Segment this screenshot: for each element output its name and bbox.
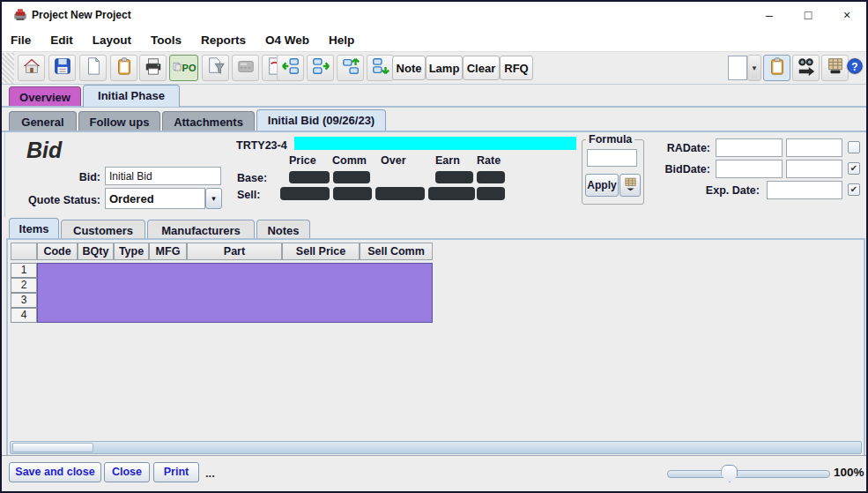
svg-text:?: ? [851,61,857,73]
horizontal-scrollbar-thumb[interactable] [12,443,93,452]
menu-layout[interactable]: Layout [93,34,131,47]
new-document-icon [84,56,103,79]
row-header-3[interactable]: 3 [11,293,37,308]
expdate-checkbox[interactable]: ✔ [848,183,860,196]
print-toolbar-button[interactable] [139,55,167,81]
code-highlight-field[interactable] [294,137,576,150]
save-button[interactable] [48,55,76,81]
col-type[interactable]: Type [114,243,149,260]
base-rate-value [477,171,505,183]
clear-button[interactable]: Clear [463,56,500,80]
clipboard2-icon [768,56,787,79]
radate-input-1[interactable] [716,138,783,157]
paste-button[interactable] [110,55,137,81]
zoom-slider-thumb[interactable] [721,465,738,482]
menu-edit[interactable]: Edit [50,34,73,47]
tab-initial-bid[interactable]: Initial Bid (09/26/23) [256,109,386,131]
radate-checkbox[interactable] [848,141,860,153]
minimize-button[interactable]: – [750,2,789,28]
biddate-input-2[interactable] [786,160,842,178]
maximize-button[interactable]: □ [789,2,827,28]
toolbar-grip[interactable] [2,53,14,84]
col-sell-price[interactable]: Sell Price [282,243,360,260]
tab-manufacturers[interactable]: Manufacturers [147,220,255,238]
flow-up-icon [341,56,360,79]
filter-document-icon [206,56,226,79]
formula-input[interactable] [587,149,637,167]
expdate-input[interactable] [767,181,842,199]
col-part[interactable]: Part [187,243,282,260]
formula-grid-icon [623,176,638,195]
flow-next-button[interactable] [307,55,334,81]
tab-notes[interactable]: Notes [256,220,310,238]
tab-items[interactable]: Items [9,218,59,238]
menu-help[interactable]: Help [329,34,354,47]
find-next-icon [797,56,816,79]
col-code[interactable]: Code [37,243,78,260]
col-sell-comm[interactable]: Sell Comm [360,243,433,260]
menu-tools[interactable]: Tools [151,34,182,47]
project-code-label: TRTY23-4 [236,139,287,152]
po-label: PO [182,63,197,73]
note-button[interactable]: Note [392,56,426,80]
toolbar-combo-field[interactable] [728,56,747,80]
col-bqty[interactable]: BQty [78,243,114,260]
comm-header: Comm [332,154,367,167]
window-title: Project New Project [32,9,131,21]
tab-customers[interactable]: Customers [61,220,145,238]
radate-input-2[interactable] [786,138,842,157]
calculator-button[interactable] [232,55,259,81]
new-document-button[interactable] [79,55,107,81]
tab-initial-phase[interactable]: Initial Phase [83,85,180,107]
help-button[interactable]: ? [841,55,868,81]
row-header-4[interactable]: 4 [11,308,37,323]
menu-reports[interactable]: Reports [201,34,246,47]
lamp-button[interactable]: Lamp [426,56,463,80]
clipboard2-button[interactable] [763,55,790,81]
quote-status-label: Quote Status: [12,194,100,206]
quote-status-select[interactable]: Ordered [105,188,205,209]
row-header-1[interactable]: 1 [11,263,37,278]
flow-right-icon [311,56,330,79]
tab-overview[interactable]: Overview [9,86,81,107]
close-footer-button[interactable]: Close [104,462,150,482]
filter-button[interactable] [202,55,229,81]
print-footer-button[interactable]: Print [153,462,199,482]
biddate-checkbox[interactable]: ✔ [848,162,860,175]
apply-button[interactable]: Apply [585,174,619,197]
app-icon [12,7,28,23]
earn-header: Earn [435,154,460,167]
home-button[interactable] [18,55,45,81]
tab-follow-ups[interactable]: Follow ups [78,111,160,131]
col-mfg[interactable]: MFG [149,243,187,260]
menu-file[interactable]: File [11,34,31,47]
formula-lamp-button[interactable] [619,174,641,197]
base-price-value [289,171,330,183]
find-next-button[interactable] [792,55,820,81]
sell-label: Sell: [237,189,260,201]
flow-up-button[interactable] [337,55,364,81]
menu-o4web[interactable]: O4 Web [265,34,309,47]
biddate-input-1[interactable] [716,160,783,178]
tab-general[interactable]: General [9,111,77,131]
bid-name-input[interactable] [105,167,221,185]
tab-attachments[interactable]: Attachments [162,111,255,131]
row-header-2[interactable]: 2 [11,278,37,293]
po-icon [172,60,182,76]
sell-over-value [375,187,425,200]
horizontal-scrollbar[interactable] [10,441,862,454]
toolbar-combo-arrow[interactable]: ▼ [747,55,761,81]
rfq-button[interactable]: RFQ [500,56,533,80]
flow-down-button[interactable] [367,55,394,81]
bid-field-label: Bid: [58,171,100,183]
flow-down-icon [371,56,390,79]
more-ellipsis[interactable]: ... [205,467,215,480]
close-button[interactable]: × [827,2,866,28]
clipboard-icon [115,56,134,79]
selected-rows-block[interactable] [37,263,433,323]
flow-first-button[interactable] [277,55,304,81]
save-and-close-button[interactable]: Save and close [9,462,101,482]
quote-status-arrow[interactable]: ▼ [205,188,222,209]
po-button[interactable]: PO [169,55,198,81]
zoom-slider[interactable] [667,470,830,478]
